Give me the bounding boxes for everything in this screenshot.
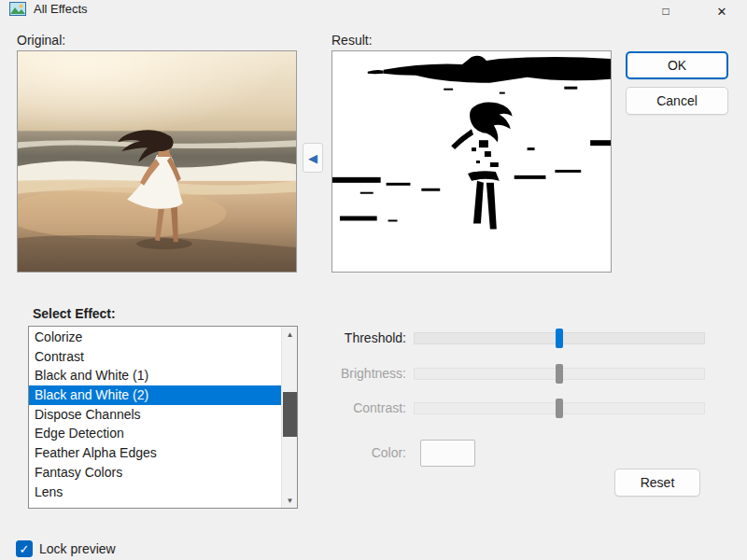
effect-list-item[interactable]: Lens <box>29 483 281 502</box>
original-label: Original: <box>17 33 65 48</box>
close-button[interactable]: ✕ <box>700 0 743 22</box>
contrast-label: Contrast: <box>317 400 406 415</box>
color-swatch[interactable] <box>420 440 475 467</box>
all-effects-dialog: All Effects □ ✕ Original: Result: <box>0 0 747 560</box>
color-label: Color: <box>317 445 406 460</box>
original-preview <box>17 50 297 273</box>
contrast-slider-thumb <box>556 399 563 418</box>
left-arrow-icon: ◀ <box>308 151 317 165</box>
effect-list-item[interactable]: Colorize <box>29 328 281 347</box>
contrast-slider <box>414 402 705 414</box>
close-icon: ✕ <box>717 5 727 19</box>
scroll-up-icon: ▲ <box>287 330 294 339</box>
select-effect-label: Select Effect: <box>33 306 116 321</box>
scroll-down-icon: ▼ <box>287 497 294 505</box>
effect-list-item[interactable]: Dispose Channels <box>29 405 281 425</box>
list-scrollbar[interactable]: ▲ ▼ <box>281 327 297 508</box>
scroll-up-button[interactable]: ▲ <box>282 327 298 342</box>
window-title: All Effects <box>34 2 88 16</box>
lock-preview-label: Lock preview <box>39 541 116 556</box>
threshold-slider-row: Threshold: <box>317 329 710 350</box>
reset-button[interactable]: Reset <box>614 469 700 497</box>
effect-listbox: ColorizeContrastBlack and White (1)Black… <box>28 326 298 509</box>
threshold-label: Threshold: <box>317 330 406 345</box>
threshold-slider[interactable] <box>414 332 705 344</box>
scrollbar-thumb[interactable] <box>283 392 297 437</box>
cancel-button[interactable]: Cancel <box>626 87 728 115</box>
effect-list-item[interactable]: Black and White (1) <box>29 366 281 385</box>
contrast-slider-row: Contrast: <box>317 399 710 420</box>
maximize-button[interactable]: □ <box>644 0 687 22</box>
result-image <box>332 51 611 272</box>
titlebar[interactable]: All Effects □ ✕ <box>0 0 747 24</box>
ok-button[interactable]: OK <box>626 51 728 79</box>
effect-list-item[interactable]: Edge Detection <box>29 424 281 443</box>
result-preview <box>331 50 612 273</box>
maximize-icon: □ <box>662 5 669 18</box>
scroll-down-button[interactable]: ▼ <box>282 493 298 508</box>
lock-preview-checkbox[interactable]: ✓ <box>16 540 33 557</box>
brightness-slider <box>414 368 705 380</box>
effect-list-item[interactable]: Black and White (2) <box>29 385 281 405</box>
apply-left-button[interactable]: ◀ <box>303 143 323 173</box>
effect-list-item[interactable]: Contrast <box>29 347 281 367</box>
result-label: Result: <box>331 33 373 48</box>
effect-list-item[interactable]: Feather Alpha Edges <box>29 443 281 463</box>
original-photo <box>18 51 296 272</box>
brightness-slider-row: Brightness: <box>317 365 710 385</box>
threshold-slider-thumb[interactable] <box>556 329 563 348</box>
brightness-label: Brightness: <box>317 366 406 381</box>
check-icon: ✓ <box>20 542 30 556</box>
effect-list: ColorizeContrastBlack and White (1)Black… <box>29 328 281 501</box>
effect-list-item[interactable]: Fantasy Colors <box>29 463 281 483</box>
brightness-slider-thumb <box>556 364 563 384</box>
app-icon <box>9 2 26 16</box>
